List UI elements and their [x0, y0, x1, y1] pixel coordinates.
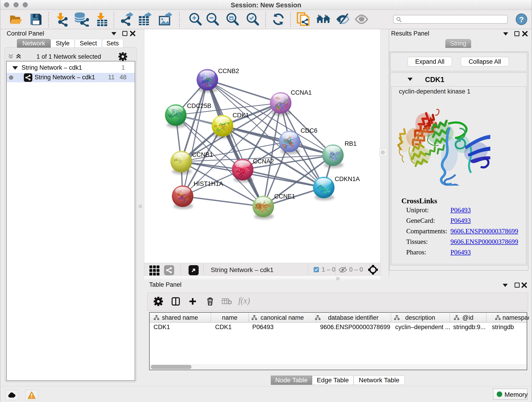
svg-text:HIST1H1A: HIST1H1A	[194, 180, 223, 187]
svg-text:CDC6: CDC6	[301, 127, 317, 134]
svg-text:CCNB1: CCNB1	[192, 151, 213, 158]
svg-text:CCNE1: CCNE1	[274, 193, 295, 200]
svg-text:CDKN1A: CDKN1A	[335, 176, 360, 182]
svg-text:CCNA1: CCNA1	[291, 89, 312, 96]
svg-text:CCNA2: CCNA2	[253, 158, 274, 165]
svg-text:CDC25B: CDC25B	[187, 102, 211, 109]
svg-text:CDK1: CDK1	[233, 112, 249, 119]
svg-text:CCNB2: CCNB2	[218, 68, 239, 75]
svg-text:RB1: RB1	[345, 140, 357, 147]
